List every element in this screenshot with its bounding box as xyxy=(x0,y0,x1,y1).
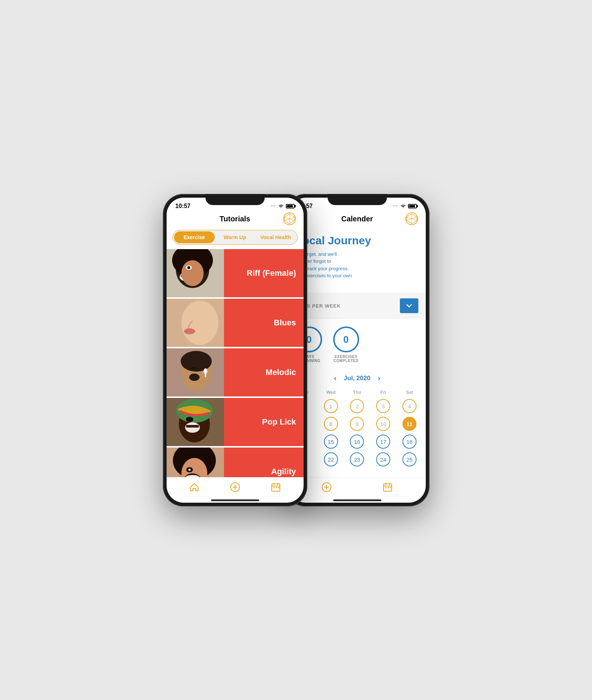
battery-icon xyxy=(286,204,295,208)
cal-header-thu: Thu xyxy=(345,388,369,396)
next-month-button[interactable]: › xyxy=(378,374,380,382)
tutorial-item-blues[interactable]: Blues xyxy=(167,299,304,347)
logo-icon-2 xyxy=(405,212,418,225)
tutorial-item-agility[interactable]: Agility xyxy=(167,448,304,477)
tutorial-label-riff: Riff (Female) xyxy=(247,268,296,278)
calendar-grid: Tue Wed Thu Fri Sat 1 2 3 4 7 8 xyxy=(292,388,422,468)
nav-header-2: Calender xyxy=(289,212,426,227)
svg-point-12 xyxy=(187,266,190,269)
logo-2[interactable] xyxy=(405,212,418,225)
cal-day-11[interactable]: 11 xyxy=(397,416,422,432)
stats-row: 0 DAYSREMAINING 0 EXERCISESCOMPLETED xyxy=(289,319,426,370)
calendar-icon xyxy=(271,482,281,492)
wifi-icon xyxy=(278,204,284,208)
svg-rect-43 xyxy=(274,487,275,488)
tutorial-label-blues: Blues xyxy=(274,318,296,328)
nav-header: Tutorials xyxy=(167,212,304,227)
tutorial-item-melodic[interactable]: Melodic xyxy=(167,348,304,396)
notch-2 xyxy=(328,194,387,205)
calendar-nav: ‹ Jul, 2020 › xyxy=(292,374,422,382)
tab-calendar-2[interactable] xyxy=(382,482,393,492)
cal-day-10[interactable]: 10 xyxy=(371,416,396,432)
tab-calendar[interactable] xyxy=(271,482,281,492)
tab-bar-phone1 xyxy=(167,477,304,500)
svg-point-14 xyxy=(181,301,218,345)
segment-exercise[interactable]: Exercise xyxy=(174,231,215,243)
cal-day-4[interactable]: 4 xyxy=(397,398,422,414)
cal-day-25[interactable]: 25 xyxy=(397,451,422,468)
calendar-section: ‹ Jul, 2020 › Tue Wed Thu Fri Sat 1 xyxy=(289,370,426,477)
cal-day-24[interactable]: 24 xyxy=(371,451,396,468)
svg-point-20 xyxy=(204,368,207,374)
tutorial-item-poplick[interactable]: Pop Lick xyxy=(167,398,304,446)
tab-home[interactable] xyxy=(189,482,200,492)
stat-exercises-completed: 0 EXERCISESCOMPLETED xyxy=(333,326,359,363)
days-dropdown[interactable] xyxy=(400,298,418,313)
cal-day-3[interactable]: 3 xyxy=(371,398,396,414)
cal-header-wed: Wed xyxy=(318,388,343,396)
tutorial-label-agility: Agility xyxy=(271,467,296,476)
tab-bar-phone2 xyxy=(289,477,426,500)
home-indicator-2 xyxy=(289,500,426,503)
tab-add[interactable] xyxy=(230,482,240,492)
cal-day-8[interactable]: 8 xyxy=(318,416,343,432)
cal-header-sat: Sat xyxy=(397,388,422,396)
svg-rect-58 xyxy=(385,487,387,488)
phone-inner: 10:57 ··· Tutorials xyxy=(167,198,304,503)
home-icon xyxy=(189,482,200,492)
cal-day-17[interactable]: 17 xyxy=(371,433,396,450)
page-title-2: Calender xyxy=(341,215,373,223)
cal-day-23[interactable]: 23 xyxy=(345,451,369,468)
cal-day-1[interactable]: 1 xyxy=(318,398,343,414)
cal-day-15[interactable]: 15 xyxy=(318,433,343,450)
status-icons-2: ··· xyxy=(393,204,417,208)
days-selector: DAYS PER WEEK xyxy=(289,292,426,319)
logo[interactable] xyxy=(283,212,296,225)
exercises-completed-circle: 0 xyxy=(333,326,359,352)
phone-inner-2: 10:57 ··· Calender xyxy=(289,198,426,503)
phones-container: 10:57 ··· Tutorials xyxy=(163,194,429,506)
home-indicator xyxy=(167,500,304,503)
add-icon xyxy=(230,482,240,492)
signal-dots-icon-2: ··· xyxy=(393,204,398,208)
svg-rect-60 xyxy=(390,487,391,488)
tab-add-2[interactable] xyxy=(321,482,332,492)
segment-control: Exercise Warm Up Vocal Health xyxy=(173,230,298,245)
cal-day-18[interactable]: 18 xyxy=(397,433,422,450)
cal-day-9[interactable]: 9 xyxy=(345,416,369,432)
cal-day-2[interactable]: 2 xyxy=(345,398,369,414)
svg-rect-21 xyxy=(205,374,206,377)
segment-warmup[interactable]: Warm Up xyxy=(215,231,255,243)
svg-point-27 xyxy=(186,417,193,422)
battery-icon-2 xyxy=(408,204,417,208)
exercises-completed-label: EXERCISESCOMPLETED xyxy=(334,355,358,363)
tutorial-label-poplick: Pop Lick xyxy=(262,417,296,427)
phone-tutorials: 10:57 ··· Tutorials xyxy=(163,194,307,506)
cal-header-fri: Fri xyxy=(371,388,396,396)
cal-day-22[interactable]: 22 xyxy=(318,451,343,468)
segment-vocal-health[interactable]: Vocal Health xyxy=(255,231,296,243)
tutorial-item-riff[interactable]: Riff (Female) xyxy=(167,249,304,297)
vocal-journey-title: Vocal Journey xyxy=(296,234,418,247)
dropdown-arrow-icon xyxy=(406,304,412,308)
prev-month-button[interactable]: ‹ xyxy=(334,374,337,382)
signal-dots-icon: ··· xyxy=(271,204,276,208)
status-icons: ··· xyxy=(271,204,294,208)
exercises-completed-value: 0 xyxy=(343,334,348,345)
calendar-month: Jul, 2020 xyxy=(344,375,371,382)
svg-point-35 xyxy=(188,469,191,471)
svg-point-10 xyxy=(181,260,204,286)
notch xyxy=(205,194,265,205)
svg-point-19 xyxy=(189,374,200,381)
wifi-icon-2 xyxy=(400,204,406,208)
svg-rect-45 xyxy=(278,487,279,488)
svg-rect-59 xyxy=(388,487,389,488)
status-time: 10:57 xyxy=(175,203,191,210)
cal-day-16[interactable]: 16 xyxy=(345,433,369,450)
logo-icon xyxy=(283,212,296,225)
add-icon-2 xyxy=(321,482,332,492)
tutorial-label-melodic: Melodic xyxy=(266,368,296,377)
calendar-icon-2 xyxy=(382,482,393,492)
days-per-week-label: DAYS PER WEEK xyxy=(296,303,395,309)
vocal-journey-desc: kly target, and we'll u never forgot to … xyxy=(296,251,418,287)
